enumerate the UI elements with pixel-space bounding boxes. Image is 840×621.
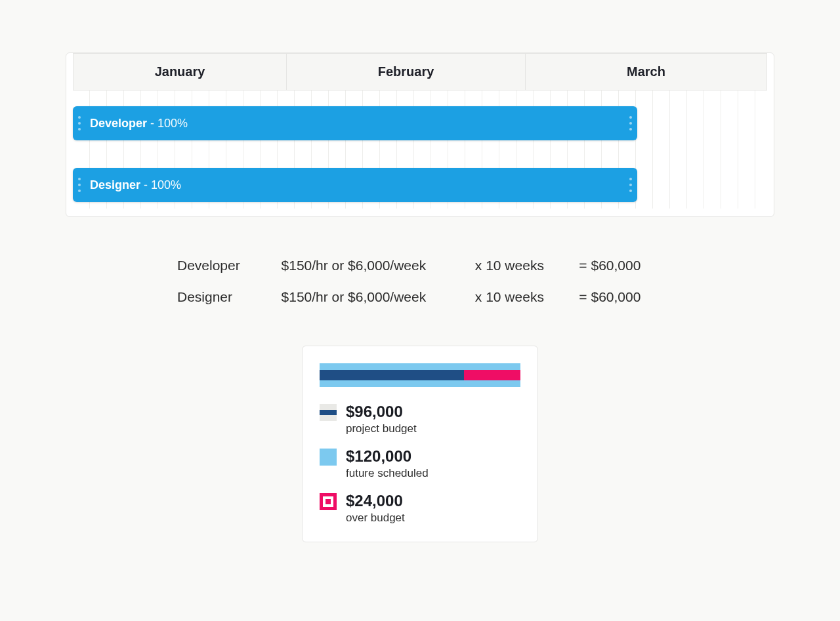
drag-handle-icon[interactable] <box>78 178 81 192</box>
calc-row: Designer $150/hr or $6,000/week x 10 wee… <box>177 281 663 313</box>
calc-duration: x 10 weeks <box>475 258 553 273</box>
drag-handle-icon[interactable] <box>629 116 632 130</box>
gantt-percent: - 100% <box>140 178 181 192</box>
legend-project-budget: $96,000 project budget <box>320 403 520 435</box>
calc-role: Developer <box>177 258 255 273</box>
calc-role: Designer <box>177 289 255 305</box>
legend-future-scheduled: $120,000 future scheduled <box>320 447 520 480</box>
calc-rate: $150/hr or $6,000/week <box>282 289 449 305</box>
swatch-project-budget-icon <box>320 404 337 421</box>
legend-amount: $24,000 <box>346 492 405 510</box>
month-cell: February <box>287 53 526 90</box>
gantt-bar-developer[interactable]: Developer - 100% <box>73 106 637 140</box>
drag-handle-icon[interactable] <box>78 116 81 130</box>
budget-bar-over <box>464 370 520 380</box>
legend-label: project budget <box>346 422 417 435</box>
budget-card: $96,000 project budget $120,000 future s… <box>302 346 538 542</box>
month-header: January February March <box>73 53 767 90</box>
calc-row: Developer $150/hr or $6,000/week x 10 we… <box>177 250 663 281</box>
gantt-percent: - 100% <box>147 117 188 130</box>
cost-calculation: Developer $150/hr or $6,000/week x 10 we… <box>177 250 663 313</box>
gantt-role: Developer <box>90 117 147 130</box>
swatch-over-budget-icon <box>320 493 337 510</box>
budget-bar <box>320 363 520 387</box>
calc-rate: $150/hr or $6,000/week <box>282 258 449 273</box>
legend-amount: $120,000 <box>346 447 429 466</box>
legend-label: future scheduled <box>346 467 429 480</box>
gantt-grid: Developer - 100% Designer - 100% <box>73 90 767 209</box>
gantt-role: Designer <box>90 178 140 192</box>
drag-handle-icon[interactable] <box>629 178 632 192</box>
legend-label: over budget <box>346 511 405 525</box>
schedule-gantt: January February March Developer - 100% … <box>66 52 774 217</box>
legend-amount: $96,000 <box>346 403 417 421</box>
month-cell: March <box>526 53 767 90</box>
calc-total: = $60,000 <box>579 258 663 273</box>
swatch-future-scheduled-icon <box>320 449 337 466</box>
legend-over-budget: $24,000 over budget <box>320 492 520 525</box>
budget-bar-committed <box>320 370 464 380</box>
calc-total: = $60,000 <box>579 289 663 305</box>
calc-duration: x 10 weeks <box>475 289 553 305</box>
month-cell: January <box>73 53 287 90</box>
gantt-bar-designer[interactable]: Designer - 100% <box>73 168 637 202</box>
